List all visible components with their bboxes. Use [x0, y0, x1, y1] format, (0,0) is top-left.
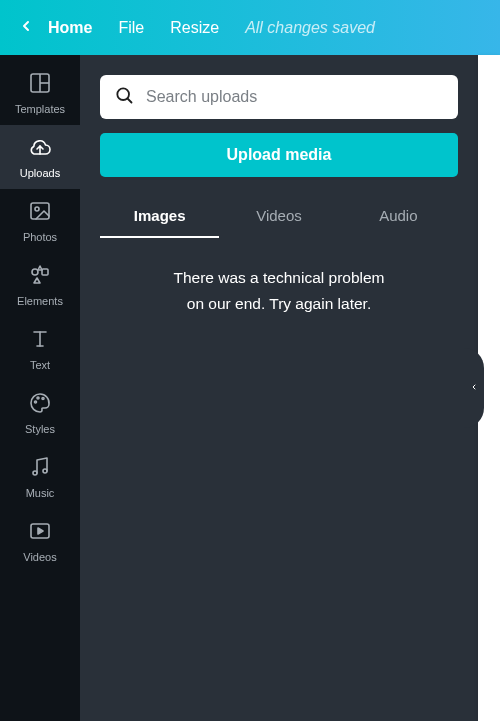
sidebar-item-label: Videos — [23, 551, 56, 563]
search-icon — [114, 85, 134, 109]
sidebar-item-styles[interactable]: Styles — [0, 381, 80, 445]
sidebar-item-photos[interactable]: Photos — [0, 189, 80, 253]
text-icon — [28, 327, 52, 353]
back-home[interactable]: Home — [18, 18, 92, 38]
canvas-area — [478, 55, 500, 721]
cloud-upload-icon — [28, 135, 52, 161]
elements-icon — [28, 263, 52, 289]
svg-line-19 — [128, 99, 132, 103]
file-menu[interactable]: File — [118, 19, 144, 37]
svg-point-12 — [37, 397, 39, 399]
sidebar-item-elements[interactable]: Elements — [0, 253, 80, 317]
main-area: Templates Uploads Photos Elements Text — [0, 55, 500, 721]
save-status: All changes saved — [245, 19, 375, 37]
sidebar-item-text[interactable]: Text — [0, 317, 80, 381]
svg-point-5 — [35, 207, 39, 211]
svg-rect-7 — [42, 269, 48, 275]
svg-point-6 — [32, 269, 38, 275]
sidebar-item-videos[interactable]: Videos — [0, 509, 80, 573]
resize-menu[interactable]: Resize — [170, 19, 219, 37]
chevron-left-icon — [18, 18, 34, 38]
svg-point-11 — [35, 401, 37, 403]
sidebar-item-music[interactable]: Music — [0, 445, 80, 509]
svg-point-14 — [33, 471, 37, 475]
home-label: Home — [48, 19, 92, 37]
sidebar: Templates Uploads Photos Elements Text — [0, 55, 80, 721]
sidebar-item-label: Elements — [17, 295, 63, 307]
templates-icon — [28, 71, 52, 97]
sidebar-item-templates[interactable]: Templates — [0, 61, 80, 125]
chevron-left-icon — [470, 379, 478, 397]
sidebar-item-uploads[interactable]: Uploads — [0, 125, 80, 189]
error-message: There was a technical problem on our end… — [100, 265, 458, 316]
svg-marker-17 — [38, 528, 43, 534]
tab-audio[interactable]: Audio — [339, 197, 458, 238]
sidebar-item-label: Text — [30, 359, 50, 371]
tab-videos[interactable]: Videos — [219, 197, 338, 238]
error-line-2: on our end. Try again later. — [100, 291, 458, 317]
sidebar-item-label: Music — [26, 487, 55, 499]
videos-icon — [28, 519, 52, 545]
palette-icon — [28, 391, 52, 417]
search-wrap — [100, 75, 458, 119]
sidebar-item-label: Styles — [25, 423, 55, 435]
svg-point-15 — [43, 469, 47, 473]
upload-media-button[interactable]: Upload media — [100, 133, 458, 177]
svg-point-13 — [42, 398, 44, 400]
photos-icon — [28, 199, 52, 225]
sidebar-item-label: Uploads — [20, 167, 60, 179]
svg-rect-4 — [31, 203, 49, 219]
collapse-panel-handle[interactable] — [464, 348, 484, 428]
tabs: Images Videos Audio — [100, 197, 458, 239]
sidebar-item-label: Templates — [15, 103, 65, 115]
uploads-panel: Upload media Images Videos Audio There w… — [80, 55, 478, 721]
top-bar: Home File Resize All changes saved — [0, 0, 500, 55]
error-line-1: There was a technical problem — [100, 265, 458, 291]
sidebar-item-label: Photos — [23, 231, 57, 243]
search-input[interactable] — [146, 88, 444, 106]
music-icon — [28, 455, 52, 481]
tab-images[interactable]: Images — [100, 197, 219, 238]
